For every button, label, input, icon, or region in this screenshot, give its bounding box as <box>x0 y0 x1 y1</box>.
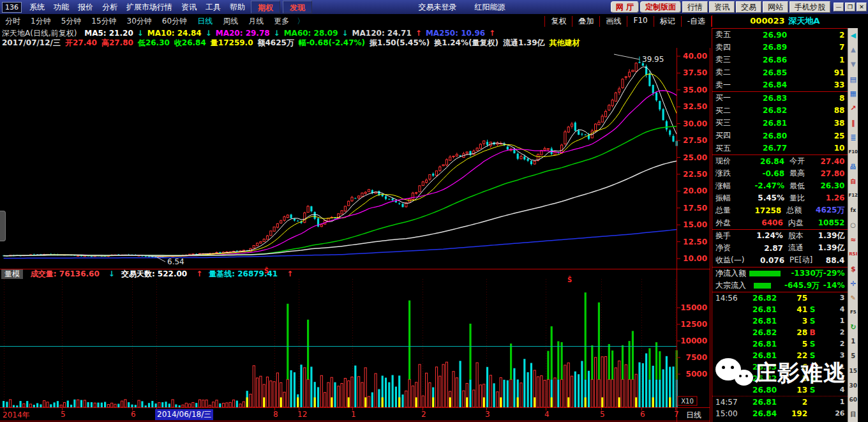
close-button[interactable]: ✕ <box>857 3 867 11</box>
ask-row[interactable]: 卖四26.897 <box>712 41 848 54</box>
period-tab-1分钟[interactable]: 1分钟 <box>26 16 56 27</box>
stock-code-quickentry[interactable]: 136 <box>2 2 22 13</box>
login-status[interactable]: 交易未登录 <box>418 2 456 13</box>
stat-label: 外盘 <box>715 218 748 229</box>
pencil-icon[interactable]: ✎ <box>848 290 858 305</box>
back-arrow-icon[interactable]: ◀ <box>848 28 858 43</box>
tick-row[interactable]: 26.815S2 <box>712 338 848 350</box>
period-tab-周线[interactable]: 周线 <box>218 16 243 27</box>
indicator-field: 量基线: 26879.41 <box>209 269 278 278</box>
down-arrow-icon[interactable]: ▼ <box>848 57 858 72</box>
period-tab-分时[interactable]: 分时 <box>0 16 26 27</box>
titlebar-button-交易[interactable]: 交易 <box>736 1 761 13</box>
tick-row[interactable]: 26.8228B2 <box>712 327 848 338</box>
tick-row[interactable]: 14:5626.82753 <box>712 292 848 304</box>
period-tab-5分钟[interactable]: 5分钟 <box>56 16 87 27</box>
titlebar-button-手机炒股[interactable]: 手机炒股 <box>789 1 830 13</box>
ask-row[interactable]: 卖三26.861 <box>712 54 848 66</box>
menu-帮助[interactable]: 帮助 <box>225 0 250 14</box>
titlebar-button-网站[interactable]: 网站 <box>763 1 788 13</box>
svg-text:32.50: 32.50 <box>683 102 707 111</box>
ticker-text[interactable]: 红阳能源 <box>474 2 505 13</box>
period-tab-月线[interactable]: 月线 <box>243 16 269 27</box>
restore-button[interactable]: ❐ <box>845 3 855 11</box>
period-5-button[interactable]: 5 <box>848 349 858 364</box>
circle-tool-icon[interactable]: ○ <box>848 218 858 232</box>
tool-标记[interactable]: 标记 <box>654 16 681 27</box>
tree-icon[interactable]: 品 <box>848 160 858 174</box>
tick-row[interactable]: 14:5726.8121 <box>712 396 848 408</box>
stat-label: 量比 <box>789 193 820 204</box>
rsi-button[interactable]: RSI <box>848 247 858 262</box>
menu-资讯[interactable]: 资讯 <box>177 0 201 14</box>
period-30-button[interactable]: 30 <box>848 379 858 393</box>
kline-icon[interactable]: ‖ <box>848 116 858 130</box>
period-60-button[interactable]: 60 <box>848 393 858 407</box>
minimize-button[interactable]: — <box>834 3 844 11</box>
bid-row[interactable]: 买二26.8288 <box>712 105 848 117</box>
titlebar-button-定制版面[interactable]: 定制版面 <box>640 1 681 13</box>
crosshair-date-label: 2014/06/18/三 <box>155 409 213 420</box>
move-tool-icon[interactable]: ✛ <box>848 276 858 291</box>
up-arrow-icon: ↑ <box>287 269 293 278</box>
hot-item-发现[interactable]: 发现 <box>283 1 312 13</box>
titlebar-button-行情[interactable]: 行情 <box>682 1 708 13</box>
menu-系统[interactable]: 系统 <box>25 0 49 14</box>
tool-画线[interactable]: 画线 <box>599 16 627 27</box>
bid-row[interactable]: 买三26.8138 <box>712 117 848 130</box>
tick-row[interactable]: 26.813S1 <box>712 315 848 327</box>
menu-报价[interactable]: 报价 <box>73 0 98 14</box>
titlebar-button-资讯[interactable]: 资讯 <box>709 1 735 13</box>
period-1-button[interactable]: 1 <box>848 335 858 349</box>
ask-price: 26.85 <box>741 68 787 77</box>
ask-row[interactable]: 卖一26.8433 <box>712 79 848 91</box>
menu-扩展市场行情[interactable]: 扩展市场行情 <box>122 0 177 14</box>
period-tab-60分钟[interactable]: 60分钟 <box>157 16 192 27</box>
menu-功能[interactable]: 功能 <box>49 0 73 14</box>
tool--自选[interactable]: -自选 <box>681 16 712 27</box>
ohlc-token: 收26.84 <box>174 38 206 47</box>
zixuan-button[interactable]: 自 <box>848 174 858 189</box>
f5-button[interactable]: F5 <box>848 305 858 320</box>
bid-row[interactable]: 买一26.838 <box>712 92 848 105</box>
tick-volume: 5 <box>777 340 807 349</box>
tool-复权[interactable]: 复权 <box>544 16 572 27</box>
period-tab-日线[interactable]: 日线 <box>192 16 218 27</box>
titlebar-button-网厅[interactable]: 网 厅 <box>611 1 639 13</box>
tick-row[interactable]: 26.8141S4 <box>712 304 848 315</box>
period-day-button[interactable]: 日 <box>848 407 858 422</box>
period-tab-15分钟[interactable]: 15分钟 <box>86 16 121 27</box>
svg-text:12500: 12500 <box>680 320 707 329</box>
money-icon[interactable]: $ <box>848 262 858 276</box>
ask-row[interactable]: 卖二26.8591 <box>712 66 848 79</box>
period-tab-更多[interactable]: 更多 <box>269 16 294 27</box>
menu-分析[interactable]: 分析 <box>98 0 122 14</box>
ohlc-token: 2017/07/12/三 <box>2 38 61 47</box>
kline-chart[interactable]: 40.0037.5035.0032.5030.0027.5025.0022.50… <box>0 48 712 422</box>
wave-icon[interactable]: ≈ <box>848 232 858 247</box>
bid-row[interactable]: 买五26.7710 <box>712 142 848 154</box>
up-arrow-icon[interactable]: ▲ <box>848 43 858 57</box>
bid-row[interactable]: 买四26.8025 <box>712 130 848 142</box>
hot-item-期权[interactable]: 期权 <box>251 1 280 13</box>
f12-button[interactable]: F12 <box>848 188 858 203</box>
period-15-button[interactable]: 15 <box>848 364 858 379</box>
tool-叠加[interactable]: 叠加 <box>572 16 599 27</box>
indicator-name[interactable]: 量模 <box>1 269 23 279</box>
menu-工具[interactable]: 工具 <box>201 0 225 14</box>
table-icon[interactable]: ▦ <box>848 86 858 101</box>
f10-button[interactable]: F10 <box>848 145 858 160</box>
more-arrow-icon[interactable]: 〉 <box>294 16 307 27</box>
fx-button[interactable]: fx <box>848 203 858 218</box>
bottom-period-button[interactable]: 日线 <box>678 410 710 421</box>
ask-row[interactable]: 卖五26.902 <box>712 29 848 41</box>
tool-F10[interactable]: F10 <box>627 16 653 27</box>
bid-price: 26.82 <box>741 106 787 115</box>
tick-row[interactable]: 15:0026.8419226 <box>712 408 848 419</box>
period-tab-30分钟[interactable]: 30分钟 <box>122 16 157 27</box>
panel-collapse-handle[interactable] <box>0 211 6 241</box>
report-icon[interactable]: ▤ <box>848 72 858 87</box>
trend-line-icon[interactable]: ↗ <box>848 101 858 116</box>
refresh-icon[interactable]: ↻ <box>848 320 858 335</box>
quote-info-icon[interactable]: ≣ <box>848 130 858 145</box>
